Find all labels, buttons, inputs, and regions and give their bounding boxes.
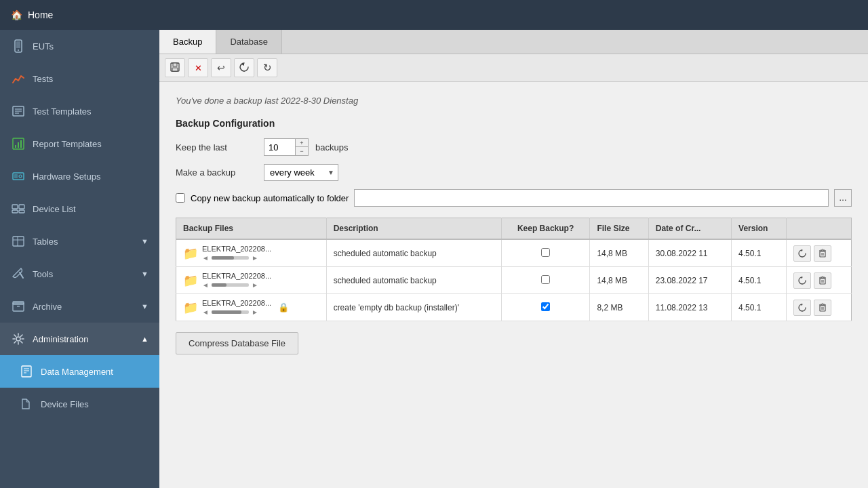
restore-button[interactable] <box>234 58 254 77</box>
compress-database-button[interactable]: Compress Database File <box>176 332 298 354</box>
version-cell-2: 4.50.1 <box>732 294 787 321</box>
device-files-label: Device Files <box>41 399 89 409</box>
euts-icon <box>11 39 26 54</box>
make-backup-label: Make a backup <box>176 167 257 178</box>
file-size-cell-2: 8,2 MB <box>590 294 648 321</box>
progress-right-arrow: ► <box>252 281 258 289</box>
copy-folder-label: Copy new backup automatically to folder <box>191 193 349 203</box>
data-management-icon <box>19 364 34 379</box>
sidebar-item-test-templates[interactable]: Test Templates <box>0 95 159 127</box>
restore-row-button-0[interactable] <box>793 245 811 262</box>
file-folder-icon: 📁 <box>183 246 198 261</box>
sidebar-item-tables[interactable]: Tables ▼ <box>0 225 159 258</box>
report-templates-icon <box>11 136 26 151</box>
delete-row-button-1[interactable] <box>814 272 831 289</box>
cancel-button[interactable]: ✕ <box>188 58 208 77</box>
folder-browse-button[interactable]: … <box>834 189 852 207</box>
date-cell-2: 11.08.2022 13 <box>648 294 731 321</box>
file-cell-0: 📁 ELEKTRA_202208... ◄ ► <box>176 239 327 267</box>
svg-rect-1 <box>16 41 20 48</box>
progress-left-arrow: ◄ <box>202 308 209 316</box>
sidebar-item-device-list[interactable]: Device List <box>0 192 159 225</box>
sidebar: EUTs Tests Test Templates Report Templat… <box>0 30 159 488</box>
tab-database[interactable]: Database <box>216 30 282 54</box>
keep-backup-checkbox-2[interactable] <box>541 302 550 311</box>
svg-rect-42 <box>820 279 825 284</box>
keep-backup-checkbox-0[interactable] <box>541 248 550 257</box>
tools-icon <box>11 266 26 281</box>
delete-row-button-0[interactable] <box>814 245 831 262</box>
copy-folder-checkbox[interactable] <box>176 193 185 203</box>
save-button[interactable] <box>165 58 185 77</box>
hardware-setups-icon <box>11 169 26 184</box>
home-nav[interactable]: 🏠 Home <box>11 9 53 20</box>
section-title: Backup Configuration <box>176 118 852 129</box>
svg-rect-17 <box>19 210 24 213</box>
sidebar-item-tests[interactable]: Tests <box>0 62 159 95</box>
progress-right-arrow: ► <box>252 308 258 316</box>
sidebar-item-tools[interactable]: Tools ▼ <box>0 258 159 290</box>
svg-rect-49 <box>820 306 825 311</box>
make-backup-select-wrapper: every day every week every month never ▼ <box>264 164 338 181</box>
administration-arrow: ▲ <box>141 335 149 343</box>
sidebar-item-administration[interactable]: Administration ▲ <box>0 323 159 355</box>
make-backup-row: Make a backup every day every week every… <box>176 164 852 181</box>
actions-cell-2 <box>786 294 851 321</box>
restore-row-button-1[interactable] <box>793 272 811 289</box>
delete-row-button-2[interactable] <box>814 300 831 316</box>
spinbox-buttons: + − <box>295 139 308 155</box>
svg-rect-18 <box>13 237 24 246</box>
progress-fill <box>212 283 226 287</box>
compress-btn-label: Compress Database File <box>189 338 285 348</box>
sidebar-item-data-management[interactable]: Data Management <box>0 355 159 388</box>
keep-last-input[interactable] <box>264 140 295 155</box>
content-area: Backup Database ✕ ↩ <box>159 30 868 488</box>
progress-fill <box>212 256 234 260</box>
table-header-row: Backup Files Description Keep Backup? Fi… <box>176 218 852 240</box>
progress-bar <box>212 310 249 314</box>
spinbox-increment[interactable]: + <box>296 139 308 147</box>
sidebar-item-hardware-setups[interactable]: Hardware Setups <box>0 160 159 192</box>
sidebar-item-report-templates[interactable]: Report Templates <box>0 127 159 160</box>
file-name: ELEKTRA_202208... <box>202 299 271 307</box>
keep-backup-checkbox-1[interactable] <box>541 275 550 284</box>
backup-info: You've done a backup last 2022-8-30 Dien… <box>176 96 852 106</box>
archive-arrow: ▼ <box>141 302 149 310</box>
device-files-icon <box>19 396 34 411</box>
restore-icon <box>239 62 250 75</box>
undo-icon: ↩ <box>217 62 225 73</box>
spinbox-decrement[interactable]: − <box>296 147 308 155</box>
tests-label: Tests <box>33 74 53 84</box>
actions-cell-1 <box>786 267 851 294</box>
tables-arrow: ▼ <box>141 237 149 245</box>
keep-last-spinbox[interactable]: + − <box>264 138 309 156</box>
progress-left-arrow: ◄ <box>202 281 209 289</box>
svg-point-13 <box>19 175 22 178</box>
sidebar-item-device-files[interactable]: Device Files <box>0 388 159 420</box>
svg-rect-12 <box>14 174 18 178</box>
col-actions <box>786 218 851 240</box>
sidebar-item-archive[interactable]: Archive ▼ <box>0 290 159 323</box>
keep-backup-cell-1 <box>501 267 590 294</box>
file-folder-icon: 📁 <box>183 300 198 315</box>
svg-rect-26 <box>22 366 31 377</box>
undo-button[interactable]: ↩ <box>211 58 231 77</box>
progress-bar <box>212 283 249 287</box>
tools-label: Tools <box>33 269 53 279</box>
refresh-button[interactable]: ↻ <box>257 58 277 77</box>
make-backup-select[interactable]: every day every week every month never <box>264 164 338 181</box>
svg-rect-14 <box>12 205 18 209</box>
restore-row-button-2[interactable] <box>793 300 811 316</box>
svg-rect-10 <box>20 140 22 148</box>
sidebar-item-euts[interactable]: EUTs <box>0 30 159 62</box>
folder-path-input[interactable] <box>354 189 829 207</box>
tab-backup[interactable]: Backup <box>159 30 216 54</box>
file-name: ELEKTRA_202208... <box>202 245 271 253</box>
tab-bar: Backup Database <box>159 30 868 54</box>
refresh-icon: ↻ <box>263 62 272 74</box>
svg-point-2 <box>18 49 19 51</box>
device-list-icon <box>11 201 26 216</box>
file-size-cell-1: 14,8 MB <box>590 267 648 294</box>
svg-point-25 <box>16 337 20 341</box>
description-cell-2: create 'empty db backup (installer)' <box>326 294 501 321</box>
